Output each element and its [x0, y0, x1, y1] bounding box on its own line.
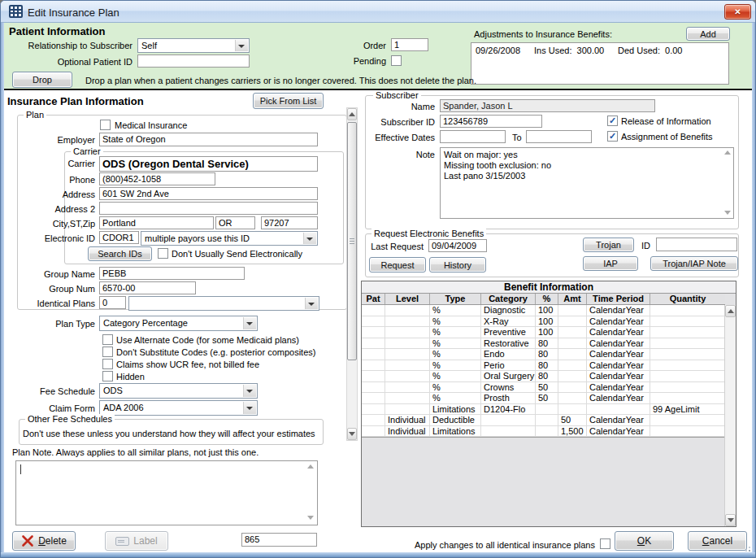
cell-amt — [558, 382, 587, 393]
cell-quantity — [650, 338, 725, 349]
table-row[interactable]: % Perio 80 CalendarYear — [362, 360, 725, 372]
ok-button[interactable]: OK — [615, 531, 674, 551]
column-header-amt[interactable]: Amt — [558, 294, 587, 304]
scroll-up-button[interactable] — [347, 108, 357, 120]
column-header-type[interactable]: Type — [430, 294, 481, 304]
scroll-up-icon[interactable] — [307, 464, 314, 469]
effective-to-field[interactable] — [526, 130, 592, 143]
table-row[interactable]: Individual Deductible 50 CalendarYear — [362, 415, 725, 426]
column-header-category[interactable]: Category — [481, 294, 536, 304]
hidden-checkbox[interactable] — [102, 371, 113, 381]
add-button[interactable]: Add — [686, 27, 730, 41]
table-row[interactable]: % Endo 80 CalendarYear — [362, 349, 725, 360]
cancel-button[interactable]: Cancel — [688, 531, 747, 551]
address-field[interactable]: 601 SW 2nd Ave — [99, 187, 318, 200]
trojan-iap-note-button[interactable]: Trojan/IAP Note — [650, 256, 738, 271]
effective-from-field[interactable] — [440, 130, 506, 143]
phone-field[interactable]: (800)452-1058 — [99, 172, 215, 185]
table-row[interactable]: % Crowns 50 CalendarYear — [362, 382, 725, 394]
carrier-field[interactable]: ODS (Oregon Dental Service) — [99, 156, 318, 172]
plan-number-field[interactable]: 865 — [241, 533, 317, 547]
assignment-of-benefits-label: Assignment of Benefits — [621, 132, 713, 142]
close-button[interactable]: ✕ — [724, 4, 751, 20]
delete-button[interactable]: Delete — [12, 531, 76, 551]
column-header-percent[interactable]: % — [536, 294, 558, 304]
address2-field[interactable] — [99, 202, 318, 215]
fee-schedule-combo[interactable]: ODS — [99, 383, 258, 399]
medical-insurance-checkbox[interactable] — [100, 120, 111, 130]
table-row[interactable]: % Prosth 50 CalendarYear — [362, 393, 725, 404]
scroll-up-icon[interactable] — [724, 150, 731, 155]
claim-form-combo[interactable]: ADA 2006 — [99, 400, 258, 416]
search-ids-button[interactable]: Search IDs — [88, 246, 152, 261]
plan-type-combo[interactable]: Category Percentage — [99, 316, 258, 331]
optional-patient-id-field[interactable] — [137, 54, 250, 68]
adjustments-list[interactable]: 09/26/2008 Ins Used: 300.00 Ded Used: 0.… — [471, 42, 729, 85]
drop-button[interactable]: Drop — [12, 72, 72, 88]
history-button[interactable]: History — [429, 257, 486, 272]
plan-note-textarea[interactable] — [15, 460, 318, 525]
assignment-of-benefits-checkbox[interactable]: ✓ — [607, 131, 618, 142]
table-row[interactable]: Limitations D1204-Flo 99 AgeLimit — [362, 404, 725, 416]
table-scrollbar[interactable] — [724, 305, 736, 526]
table-scroll-up-button[interactable] — [725, 305, 736, 317]
apply-identical-plans-checkbox[interactable] — [600, 538, 610, 549]
electronic-id-field[interactable]: CDOR1 — [99, 231, 139, 244]
cell-type: % — [430, 305, 481, 316]
iap-button[interactable]: IAP — [583, 256, 638, 271]
table-row[interactable]: % Diagnostic 100 CalendarYear — [362, 305, 725, 316]
subscriber-id-field[interactable]: 123456789 — [440, 115, 542, 128]
zip-field[interactable]: 97207 — [261, 216, 318, 229]
pending-checkbox[interactable] — [391, 55, 402, 66]
title-bar[interactable]: Edit Insurance Plan ✕ — [1, 1, 755, 23]
subscriber-note-textarea[interactable]: Wait on major: yes Missing tooth exclusi… — [440, 147, 734, 219]
table-scroll-down-button[interactable] — [725, 514, 736, 526]
last-request-label: Last Request — [371, 242, 424, 251]
cell-level — [385, 316, 430, 327]
relationship-combo[interactable]: Self — [137, 38, 250, 53]
cell-type: Limitations — [430, 426, 481, 437]
column-header-level[interactable]: Level — [385, 294, 430, 304]
dont-substitute-codes-checkbox[interactable] — [102, 347, 113, 357]
group-name-field[interactable]: PEBB — [99, 267, 245, 280]
employer-field[interactable]: State of Oregon — [99, 133, 318, 146]
label-button[interactable]: Label — [105, 531, 168, 551]
table-row[interactable]: % Preventive 100 CalendarYear — [362, 327, 725, 338]
scroll-down-button[interactable] — [347, 428, 357, 440]
optional-patient-id-label: Optional Patient ID — [58, 57, 133, 67]
use-alternate-code-checkbox[interactable] — [102, 334, 113, 345]
request-button[interactable]: Request — [369, 257, 426, 272]
left-panel-scrollbar[interactable] — [346, 107, 358, 441]
cell-level — [385, 404, 430, 415]
trojan-id-label: ID — [641, 241, 650, 251]
order-field[interactable]: 1 — [391, 38, 428, 51]
table-row[interactable]: % Oral Surgery 80 CalendarYear — [362, 371, 725, 382]
state-field[interactable]: OR — [215, 216, 255, 229]
city-field[interactable]: Portland — [99, 216, 214, 229]
payor-combo[interactable]: multiple payors use this ID — [141, 231, 318, 246]
last-request-field[interactable]: 09/04/2009 — [428, 239, 487, 252]
table-row[interactable]: % Restorative 80 CalendarYear — [362, 338, 725, 350]
identical-plans-combo[interactable] — [128, 296, 319, 311]
claims-ucr-fee-checkbox[interactable] — [102, 359, 113, 369]
table-row[interactable]: Individual Limitations 1,500 CalendarYea… — [362, 426, 725, 438]
identical-plans-field[interactable]: 0 — [99, 296, 126, 309]
scroll-down-icon[interactable] — [307, 516, 314, 520]
dont-send-checkbox[interactable] — [158, 248, 168, 259]
column-header-time-period[interactable]: Time Period — [587, 294, 650, 304]
trojan-id-field[interactable] — [656, 238, 737, 251]
trojan-button[interactable]: Trojan — [583, 238, 634, 252]
scrollbar-thumb[interactable] — [347, 122, 357, 360]
cell-amt — [558, 349, 587, 360]
release-of-information-checkbox[interactable]: ✓ — [607, 116, 618, 126]
cell-type: % — [430, 349, 481, 360]
group-num-field[interactable]: 6570-00 — [99, 281, 196, 294]
cell-time-period: CalendarYear — [587, 382, 650, 393]
column-header-quantity[interactable]: Quantity — [650, 294, 725, 304]
cell-pat — [362, 415, 385, 425]
table-row[interactable]: % X-Ray 100 CalendarYear — [362, 316, 725, 328]
adjustment-row[interactable]: 09/26/2008 Ins Used: 300.00 Ded Used: 0.… — [476, 46, 724, 55]
scroll-down-icon[interactable] — [724, 211, 731, 215]
column-header-pat[interactable]: Pat — [362, 294, 385, 304]
pick-from-list-button[interactable]: Pick From List — [253, 93, 324, 109]
